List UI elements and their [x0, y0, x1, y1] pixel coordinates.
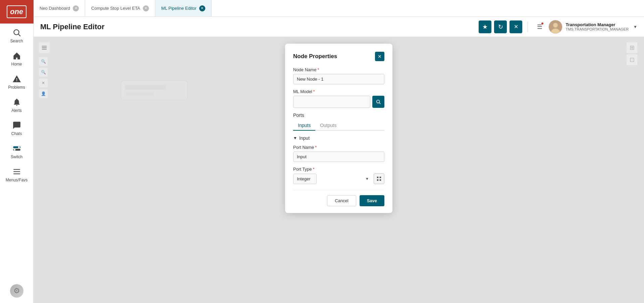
- node-properties-modal: Node Properties ✕ Node Name * ML Model *: [285, 44, 392, 213]
- sidebar-item-alerts[interactable]: Alerts: [0, 93, 33, 116]
- ml-model-label: ML Model *: [293, 89, 384, 94]
- sidebar-label-home: Home: [11, 62, 22, 67]
- ports-section-label: Ports: [293, 113, 384, 118]
- tab-compute-close[interactable]: ✕: [143, 5, 149, 11]
- port-name-label: Port Name *: [293, 145, 384, 150]
- save-button[interactable]: Save: [360, 195, 384, 206]
- search-icon: [376, 99, 381, 104]
- svg-point-10: [553, 23, 558, 28]
- node-name-label: Node Name *: [293, 67, 384, 72]
- home-icon: [12, 51, 21, 60]
- ml-model-required: *: [313, 89, 315, 94]
- tab-ml-close[interactable]: ✕: [199, 5, 205, 11]
- node-name-required: *: [317, 67, 319, 72]
- canvas-area[interactable]: 🔍 🔍 ✕ 👤 ⊞ ⊡ Node Properties ✕: [34, 37, 644, 303]
- port-type-select-wrapper: Integer String Boolean Float Array ▼: [293, 174, 372, 184]
- svg-rect-17: [377, 177, 378, 178]
- node-name-group: Node Name *: [293, 67, 384, 84]
- sidebar-label-switch: Switch: [11, 155, 22, 159]
- page-header: ML Pipeline Editor ★ ↻ ✕ ☰ Transpo: [34, 17, 644, 37]
- chat-icon: [12, 121, 21, 130]
- user-info[interactable]: Transportation Manager TMS.TRANSPORTATIO…: [549, 20, 637, 34]
- grid-icon-button[interactable]: [374, 173, 384, 184]
- grid-icon: [377, 176, 381, 181]
- tab-compute[interactable]: Compute Stop Level ETA ✕: [85, 0, 155, 16]
- svg-point-0: [14, 30, 19, 35]
- svg-rect-20: [380, 179, 381, 181]
- tab-neo-close[interactable]: ✕: [73, 5, 79, 11]
- modal-footer: Cancel Save: [293, 190, 384, 206]
- header-actions: ★ ↻ ✕ ☰ Transportation Manager TMS.: [479, 20, 637, 34]
- sidebar-avatar-icon: ⚙: [13, 287, 20, 295]
- sidebar-item-switch[interactable]: Switch: [0, 139, 33, 163]
- svg-rect-18: [380, 177, 381, 178]
- warning-icon: [12, 75, 21, 83]
- modal-close-button[interactable]: ✕: [375, 52, 384, 61]
- svg-line-1: [18, 34, 20, 36]
- sidebar-item-chats[interactable]: Chats: [0, 116, 33, 139]
- main-area: Neo Dashboard ✕ Compute Stop Level ETA ✕…: [34, 0, 644, 303]
- tab-neo-label: Neo Dashboard: [40, 6, 70, 11]
- refresh-button[interactable]: ↻: [494, 20, 507, 33]
- port-type-label: Port Type *: [293, 167, 384, 172]
- header-divider: [528, 22, 528, 32]
- sidebar-bottom: ⚙: [10, 284, 23, 303]
- switch-icon: [12, 144, 21, 153]
- ml-model-input[interactable]: [293, 96, 370, 108]
- tab-inputs[interactable]: Inputs: [293, 121, 315, 131]
- input-section-toggle[interactable]: ▼ Input: [293, 135, 384, 141]
- sidebar-item-search[interactable]: Search: [0, 24, 33, 47]
- star-button[interactable]: ★: [479, 20, 491, 33]
- notification-badge: [541, 22, 544, 25]
- ports-tabs: Inputs Outputs: [293, 121, 384, 131]
- user-role: TMS.TRANSPORTATION_MANAGER: [566, 27, 629, 31]
- tab-compute-label: Compute Stop Level ETA: [91, 6, 140, 11]
- input-section-label: Input: [299, 135, 310, 141]
- port-type-required: *: [313, 167, 314, 172]
- tab-outputs[interactable]: Outputs: [315, 121, 341, 130]
- svg-rect-6: [13, 169, 20, 170]
- svg-point-15: [377, 100, 380, 103]
- sidebar-item-home[interactable]: Home: [0, 47, 33, 70]
- svg-point-5: [13, 149, 15, 150]
- ml-model-search-button[interactable]: [372, 96, 384, 108]
- svg-point-4: [18, 146, 19, 148]
- sidebar-avatar[interactable]: ⚙: [10, 284, 23, 298]
- svg-line-16: [379, 103, 381, 104]
- modal-title: Node Properties: [293, 53, 337, 60]
- port-name-group: Port Name *: [293, 145, 384, 162]
- sidebar-item-problems[interactable]: Problems: [0, 70, 33, 93]
- port-type-row: Integer String Boolean Float Array ▼: [293, 173, 384, 184]
- svg-rect-19: [377, 179, 378, 181]
- ml-model-input-row: [293, 96, 384, 108]
- modal-header: Node Properties ✕: [293, 52, 384, 61]
- page-title: ML Pipeline Editor: [40, 23, 479, 31]
- app-logo[interactable]: one: [0, 0, 34, 24]
- port-name-input[interactable]: [293, 152, 384, 162]
- tab-ml[interactable]: ML Pipeline Editor ✕: [155, 0, 212, 16]
- user-avatar: [549, 20, 562, 34]
- svg-rect-8: [13, 173, 20, 174]
- sidebar-label-alerts: Alerts: [11, 108, 22, 113]
- port-name-required: *: [315, 145, 317, 150]
- avatar-image: [549, 20, 562, 34]
- port-type-select[interactable]: Integer String Boolean Float Array: [293, 174, 317, 184]
- sidebar-label-chats: Chats: [11, 131, 22, 136]
- sidebar-label-problems: Problems: [8, 85, 25, 90]
- ml-model-group: ML Model *: [293, 89, 384, 108]
- tab-ml-label: ML Pipeline Editor: [161, 6, 197, 11]
- port-type-group: Port Type * Integer String Boolean Float…: [293, 167, 384, 184]
- menu-button[interactable]: ☰: [533, 20, 546, 33]
- menu-icon: [12, 167, 21, 176]
- chevron-down-icon: ▼: [293, 136, 297, 140]
- tab-neo[interactable]: Neo Dashboard ✕: [34, 0, 85, 16]
- svg-rect-7: [13, 171, 20, 172]
- sidebar-item-menus[interactable]: Menus/Favs: [0, 163, 33, 186]
- user-dropdown-icon[interactable]: ▼: [633, 25, 637, 29]
- sidebar-label-search: Search: [10, 39, 23, 43]
- sidebar: one Search Home Problems Alerts Chats: [0, 0, 34, 303]
- bell-icon: [12, 98, 21, 106]
- node-name-input[interactable]: [293, 74, 384, 84]
- close-button[interactable]: ✕: [509, 20, 522, 33]
- cancel-button[interactable]: Cancel: [327, 195, 356, 206]
